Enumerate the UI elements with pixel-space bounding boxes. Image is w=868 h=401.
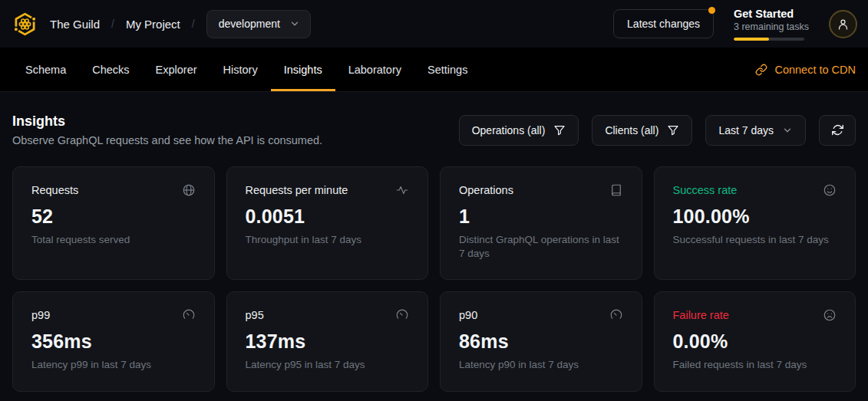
operations-filter-button[interactable]: Operations (all) (459, 115, 579, 146)
link-icon (755, 64, 767, 76)
stat-card-p95: p95 137ms Latency p95 in last 7 days (226, 291, 429, 391)
stat-title: Failure rate (673, 309, 729, 321)
user-menu-button[interactable] (829, 10, 857, 38)
frown-icon (823, 308, 837, 322)
stat-card-failure-rate: Failure rate 0.00% Failed requests in la… (654, 291, 856, 391)
get-started-title: Get Started (734, 8, 809, 20)
connect-to-cdn-link[interactable]: Connect to CDN (755, 48, 856, 91)
stat-value: 0.00% (673, 330, 837, 353)
header-right: Latest changes Get Started 3 remaining t… (613, 8, 857, 41)
stat-value: 86ms (459, 330, 623, 353)
book-icon (609, 183, 623, 197)
filter-toolbar: Operations (all) Clients (all) Last 7 da… (459, 115, 856, 146)
stats-grid: Requests 52 Total requests served Reques… (12, 166, 856, 392)
refresh-button[interactable] (819, 115, 856, 146)
notification-dot (708, 7, 715, 14)
stat-card-operations: Operations 1 Distinct GraphQL operations… (440, 166, 642, 280)
hive-logo-icon[interactable] (12, 12, 38, 37)
top-header: The Guild / My Project / development Lat… (0, 0, 868, 48)
get-started-progress (734, 38, 804, 41)
stat-title: Success rate (673, 184, 738, 196)
nav-tabs: Schema Checks Explorer History Insights … (12, 48, 480, 91)
get-started-subtitle: 3 remaining tasks (734, 21, 809, 32)
stat-value: 137ms (246, 330, 410, 353)
tab-laboratory[interactable]: Laboratory (335, 48, 414, 91)
target-selector-value: development (219, 18, 280, 30)
page-subtitle: Observe GraphQL requests and see how the… (12, 134, 322, 146)
latest-changes-button[interactable]: Latest changes (613, 9, 714, 38)
latest-changes-label: Latest changes (627, 18, 700, 30)
refresh-icon (831, 123, 844, 136)
tab-settings[interactable]: Settings (414, 48, 480, 91)
filter-funnel-icon (667, 124, 679, 136)
stat-value: 0.0051 (246, 205, 410, 228)
gauge-icon (609, 308, 623, 322)
breadcrumb: The Guild / My Project / (50, 18, 195, 31)
stat-card-requests: Requests 52 Total requests served (12, 166, 215, 280)
stat-card-requests-per-minute: Requests per minute 0.0051 Throughput in… (226, 166, 429, 280)
stat-description: Distinct GraphQL operations in last 7 da… (459, 233, 623, 261)
globe-icon (182, 183, 196, 197)
insights-title-block: Insights Observe GraphQL requests and se… (12, 113, 322, 146)
operations-filter-label: Operations (all) (472, 124, 546, 136)
stat-description: Latency p90 in last 7 days (459, 358, 623, 372)
stat-value: 100.00% (673, 205, 837, 228)
breadcrumb-project[interactable]: My Project (126, 18, 180, 31)
stat-title: p99 (31, 309, 50, 321)
date-range-selector[interactable]: Last 7 days (705, 115, 806, 146)
stat-description: Throughput in last 7 days (246, 233, 410, 247)
date-range-label: Last 7 days (718, 124, 774, 136)
project-nav: Schema Checks Explorer History Insights … (0, 48, 868, 92)
tab-history[interactable]: History (210, 48, 271, 91)
stat-title: Requests (31, 184, 78, 196)
stat-value: 356ms (31, 330, 196, 353)
insights-page: Insights Observe GraphQL requests and se… (0, 92, 868, 392)
stat-card-p90: p90 86ms Latency p90 in last 7 days (440, 291, 642, 391)
insights-header: Insights Observe GraphQL requests and se… (12, 113, 856, 146)
breadcrumb-org[interactable]: The Guild (50, 18, 100, 31)
smile-icon (823, 183, 837, 197)
page-title: Insights (12, 113, 322, 130)
stat-value: 1 (459, 205, 623, 228)
tab-schema[interactable]: Schema (12, 48, 79, 91)
stat-title: Operations (459, 184, 513, 196)
tab-checks[interactable]: Checks (79, 48, 142, 91)
stat-title: Requests per minute (246, 184, 348, 196)
stat-value: 52 (31, 205, 196, 228)
stat-description: Latency p95 in last 7 days (246, 358, 410, 372)
stat-title: p90 (459, 309, 477, 321)
gauge-icon (182, 308, 196, 322)
gauge-icon (395, 308, 409, 322)
get-started-widget[interactable]: Get Started 3 remaining tasks (734, 8, 809, 41)
clients-filter-button[interactable]: Clients (all) (592, 115, 692, 146)
target-selector[interactable]: development (206, 10, 311, 38)
stat-description: Latency p99 in last 7 days (31, 358, 196, 372)
filter-funnel-icon (553, 124, 566, 136)
connect-to-cdn-label: Connect to CDN (774, 64, 856, 76)
get-started-progress-fill (734, 38, 769, 41)
chevron-down-icon (289, 18, 300, 29)
tab-explorer[interactable]: Explorer (143, 48, 210, 91)
stat-description: Failed requests in last 7 days (673, 358, 837, 372)
stat-card-success-rate: Success rate 100.00% Successful requests… (654, 166, 856, 280)
stat-card-p99: p99 356ms Latency p99 in last 7 days (12, 291, 215, 391)
breadcrumb-separator: / (111, 18, 114, 30)
activity-icon (395, 183, 409, 197)
stat-description: Successful requests in last 7 days (673, 233, 837, 247)
chevron-down-icon (782, 125, 793, 136)
tab-insights[interactable]: Insights (271, 48, 335, 91)
stat-title: p95 (246, 309, 264, 321)
stat-description: Total requests served (31, 233, 196, 247)
breadcrumb-separator: / (192, 18, 195, 30)
user-icon (837, 18, 850, 31)
clients-filter-label: Clients (all) (605, 124, 658, 136)
